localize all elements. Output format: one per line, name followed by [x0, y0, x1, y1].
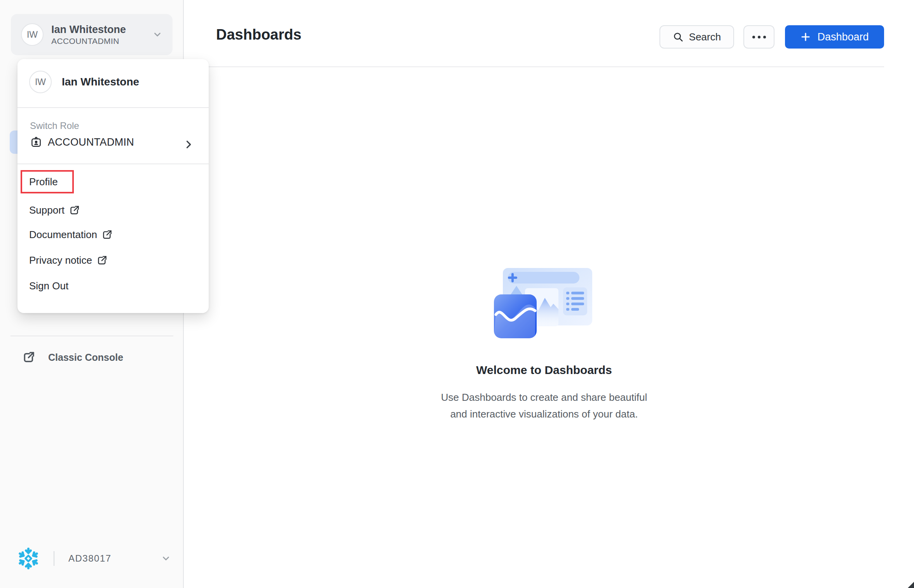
- empty-state-description: Use Dashboards to create and share beaut…: [406, 389, 682, 423]
- chevron-down-icon: [152, 30, 162, 40]
- menu-divider: [17, 164, 209, 164]
- dashboards-illustration: [494, 267, 594, 343]
- external-link-icon: [102, 230, 112, 240]
- account-selector[interactable]: AD38017: [16, 543, 171, 574]
- new-dashboard-label: Dashboard: [817, 31, 869, 43]
- user-menu-header: IW Ian Whitestone: [29, 71, 139, 93]
- header-divider: [184, 66, 884, 67]
- avatar: IW: [21, 23, 44, 46]
- menu-item-label: Documentation: [29, 229, 97, 241]
- menu-item-label: Sign Out: [29, 280, 68, 292]
- classic-console-link[interactable]: Classic Console: [23, 351, 123, 364]
- menu-divider: [17, 107, 209, 108]
- menu-item-label: Support: [29, 204, 65, 216]
- menu-item-sign-out[interactable]: Sign Out: [17, 275, 209, 297]
- menu-item-profile[interactable]: Profile: [17, 171, 209, 193]
- avatar-initials: IW: [35, 77, 46, 87]
- external-link-icon: [97, 255, 107, 266]
- external-link-icon: [69, 205, 80, 216]
- user-name: Ian Whitestone: [51, 23, 152, 36]
- more-options-button[interactable]: [743, 25, 774, 49]
- empty-state-description-line1: Use Dashboards to create and share beaut…: [406, 389, 682, 406]
- switch-role-label: Switch Role: [30, 120, 79, 131]
- search-button-label: Search: [689, 31, 721, 43]
- dashboards-empty-state: Welcome to Dashboards Use Dashboards to …: [406, 267, 682, 423]
- new-dashboard-button[interactable]: Dashboard: [785, 25, 884, 49]
- search-icon: [673, 31, 684, 42]
- empty-state-description-line2: and interactive visualizations of your d…: [406, 406, 682, 423]
- sidebar-divider: [10, 336, 173, 336]
- ellipsis-icon: [752, 36, 766, 38]
- avatar: IW: [29, 71, 52, 93]
- snowflake-logo: [16, 546, 41, 571]
- empty-state-title: Welcome to Dashboards: [406, 363, 682, 378]
- plus-icon: [800, 31, 811, 42]
- chevron-right-icon: [183, 139, 194, 150]
- search-button[interactable]: Search: [659, 25, 734, 49]
- menu-item-support[interactable]: Support: [17, 199, 209, 221]
- corner-widget-fragment: [908, 582, 914, 588]
- badge-icon: [30, 136, 42, 148]
- menu-item-documentation[interactable]: Documentation: [17, 224, 209, 245]
- menu-item-label: Privacy notice: [29, 254, 92, 266]
- menu-item-privacy-notice[interactable]: Privacy notice: [17, 249, 209, 271]
- user-name: Ian Whitestone: [62, 76, 139, 88]
- chevron-down-icon: [161, 553, 171, 564]
- switch-role-item[interactable]: ACCOUNTADMIN: [30, 136, 134, 148]
- snowsight-app: IW Ian Whitestone ACCOUNTADMIN Classic C…: [0, 0, 914, 588]
- account-id: AD38017: [68, 553, 161, 564]
- divider: [54, 551, 54, 566]
- current-role: ACCOUNTADMIN: [48, 136, 134, 148]
- user-menu: IW Ian Whitestone Switch Role ACCOUNTADM…: [17, 59, 209, 313]
- user-account-widget[interactable]: IW Ian Whitestone ACCOUNTADMIN: [11, 14, 173, 55]
- menu-item-label: Profile: [29, 176, 58, 188]
- avatar-initials: IW: [27, 30, 38, 40]
- page-title: Dashboards: [216, 26, 302, 43]
- external-link-icon: [23, 351, 35, 364]
- classic-console-label: Classic Console: [48, 352, 123, 363]
- user-role: ACCOUNTADMIN: [51, 36, 152, 46]
